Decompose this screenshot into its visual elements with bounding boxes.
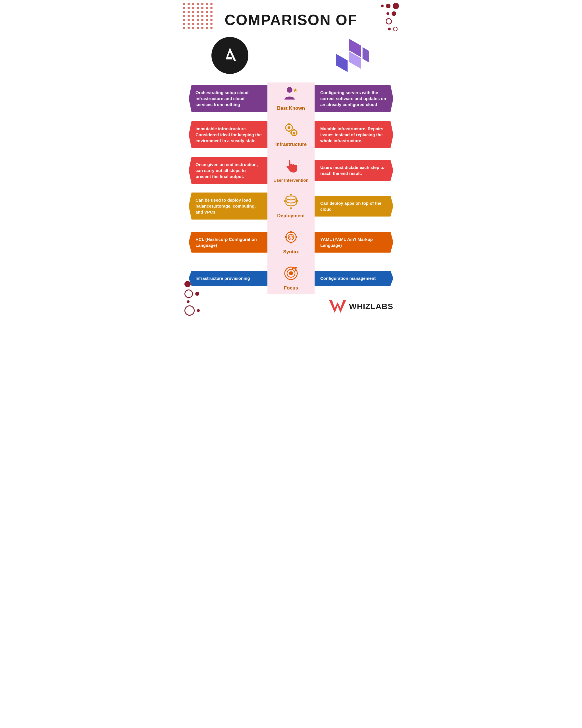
svg-point-23 bbox=[290, 207, 292, 209]
center-syntax: </> Syntax bbox=[270, 226, 312, 258]
svg-marker-3 bbox=[336, 54, 348, 72]
svg-rect-16 bbox=[293, 134, 295, 136]
svg-point-21 bbox=[297, 200, 298, 202]
right-deployment: Can deploy apps on top of the cloud bbox=[314, 196, 393, 217]
syntax-label: Syntax bbox=[283, 249, 299, 255]
svg-rect-9 bbox=[288, 124, 290, 125]
center-best-known: Best Known bbox=[270, 82, 312, 114]
svg-rect-30 bbox=[285, 236, 287, 238]
svg-marker-6 bbox=[293, 88, 298, 92]
row-syntax: HCL (Hashicorp Configuration Language) bbox=[189, 226, 393, 258]
left-syntax: HCL (Hashicorp Configuration Language) bbox=[189, 232, 268, 253]
logo-row bbox=[180, 31, 402, 80]
footer: WHIZLABS bbox=[180, 294, 402, 316]
left-user-intervention: Once given an end instruction, can carry… bbox=[189, 157, 268, 184]
focus-icon bbox=[283, 266, 299, 284]
focus-label: Focus bbox=[284, 285, 298, 291]
row-infrastructure: Immutable infrastructure. Considered ide… bbox=[189, 119, 393, 151]
infrastructure-label: Infrastructure bbox=[275, 141, 307, 147]
whizlabs-text: WHIZLABS bbox=[349, 302, 393, 311]
right-user-intervention: Users must dictate each step to reach th… bbox=[314, 160, 393, 181]
terraform-logo bbox=[328, 37, 370, 74]
deployment-icon bbox=[283, 193, 299, 212]
svg-rect-10 bbox=[288, 131, 290, 132]
user-intervention-icon bbox=[283, 158, 299, 177]
center-infrastructure: Infrastructure bbox=[270, 119, 312, 151]
svg-rect-15 bbox=[293, 129, 295, 131]
svg-point-35 bbox=[289, 271, 293, 275]
page: COMPARISON OF bbox=[180, 0, 402, 327]
row-deployment: Can be used to deploy load balances,stor… bbox=[189, 190, 393, 222]
svg-rect-18 bbox=[296, 132, 297, 134]
svg-rect-11 bbox=[285, 127, 286, 129]
syntax-icon: </> bbox=[283, 230, 299, 248]
right-syntax: YAML (YAML Ain't Markup Language) bbox=[314, 232, 393, 253]
svg-point-5 bbox=[287, 87, 293, 93]
svg-point-19 bbox=[286, 196, 296, 200]
user-intervention-label: User Intervention bbox=[273, 178, 308, 183]
right-infrastructure: Mutable infrastructure. Repairs issues i… bbox=[314, 121, 393, 148]
center-deployment: Deployment bbox=[270, 190, 312, 222]
whizlabs-logo: WHIZLABS bbox=[329, 300, 393, 313]
best-known-label: Best Known bbox=[277, 105, 305, 111]
whizlabs-w-icon bbox=[329, 300, 346, 313]
left-best-known: Orchestrating setup cloud infrastructure… bbox=[189, 85, 268, 112]
right-best-known: Configuring servers with the correct sof… bbox=[314, 85, 393, 112]
svg-rect-31 bbox=[296, 236, 297, 238]
svg-rect-28 bbox=[290, 231, 292, 233]
comparison-grid: Orchestrating setup cloud infrastructure… bbox=[185, 82, 397, 294]
svg-rect-12 bbox=[292, 127, 293, 129]
left-deployment: Can be used to deploy load balances,stor… bbox=[189, 192, 268, 219]
infrastructure-icon bbox=[283, 122, 299, 140]
row-focus: Infrastructure provisioning bbox=[189, 262, 393, 294]
svg-text:</>: </> bbox=[288, 235, 294, 239]
page-title: COMPARISON OF bbox=[186, 11, 396, 28]
ansible-logo bbox=[212, 37, 248, 74]
header: COMPARISON OF bbox=[180, 0, 402, 31]
svg-rect-29 bbox=[290, 242, 292, 243]
svg-point-22 bbox=[290, 194, 292, 196]
svg-point-8 bbox=[287, 126, 290, 129]
svg-marker-2 bbox=[363, 47, 369, 66]
left-infrastructure: Immutable infrastructure. Considered ide… bbox=[189, 121, 268, 148]
svg-marker-38 bbox=[329, 300, 346, 313]
center-focus: Focus bbox=[270, 262, 312, 294]
svg-point-14 bbox=[293, 132, 295, 134]
svg-point-20 bbox=[284, 200, 285, 202]
svg-rect-17 bbox=[290, 132, 292, 134]
comparison-grid-wrapper: Orchestrating setup cloud infrastructure… bbox=[180, 82, 402, 294]
left-focus: Infrastructure provisioning bbox=[189, 271, 268, 286]
deployment-label: Deployment bbox=[277, 213, 305, 219]
row-best-known: Orchestrating setup cloud infrastructure… bbox=[189, 82, 393, 114]
row-user-intervention: Once given an end instruction, can carry… bbox=[189, 155, 393, 186]
center-user-intervention: User Intervention bbox=[270, 155, 312, 186]
best-known-icon bbox=[283, 86, 299, 104]
right-focus: Configuration management bbox=[314, 271, 393, 286]
